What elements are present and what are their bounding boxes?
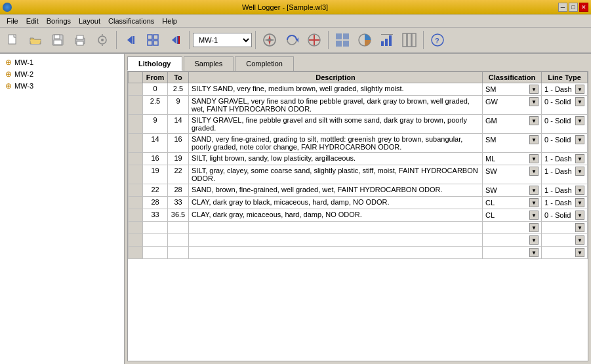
cell-from[interactable]: 28 xyxy=(143,197,168,209)
classification-dropdown-arrow[interactable]: ▼ xyxy=(529,186,539,195)
cell-to[interactable] xyxy=(168,222,189,234)
cell-classification[interactable]: ▼ xyxy=(483,234,542,247)
linetype-dropdown-arrow[interactable]: ▼ xyxy=(575,198,584,207)
tab-completion[interactable]: Completion xyxy=(235,56,294,71)
cell-from[interactable]: 19 xyxy=(143,165,168,184)
cell-description[interactable]: SILTY SAND, very fine, medium brown, wel… xyxy=(189,83,483,96)
cell-description[interactable]: CLAY, dark gray to black, micaceous, har… xyxy=(189,197,483,209)
linetype-dropdown-arrow[interactable]: ▼ xyxy=(575,248,584,257)
cell-classification[interactable]: SW▼ xyxy=(483,165,542,184)
cell-linetype[interactable]: ▼ xyxy=(542,247,588,259)
bars-button[interactable] xyxy=(377,30,397,51)
classification-dropdown-arrow[interactable]: ▼ xyxy=(529,85,539,94)
open-button[interactable] xyxy=(25,30,46,51)
help-button[interactable]: ? xyxy=(427,30,448,51)
cell-from[interactable]: 9 xyxy=(143,115,168,134)
classification-dropdown-arrow[interactable]: ▼ xyxy=(529,248,539,257)
classification-dropdown-arrow[interactable]: ▼ xyxy=(529,223,539,232)
classification-dropdown-arrow[interactable]: ▼ xyxy=(529,116,539,125)
menu-file[interactable]: File xyxy=(3,16,22,26)
cell-linetype[interactable]: 0 - Solid▼ xyxy=(542,209,588,222)
linetype-dropdown-arrow[interactable]: ▼ xyxy=(575,116,584,125)
compass-button[interactable] xyxy=(259,30,280,51)
cell-classification[interactable]: ML▼ xyxy=(483,153,542,165)
columns-button[interactable] xyxy=(399,30,420,51)
chart-button[interactable] xyxy=(354,30,375,51)
cell-to[interactable] xyxy=(168,247,189,259)
classification-dropdown-arrow[interactable]: ▼ xyxy=(529,154,539,163)
cell-to[interactable]: 28 xyxy=(168,184,189,197)
print-button[interactable] xyxy=(70,30,91,51)
menu-edit[interactable]: Edit xyxy=(22,16,43,26)
well-selector[interactable]: MW-1 MW-2 MW-3 xyxy=(193,33,252,47)
rotate-button[interactable] xyxy=(281,30,302,51)
cell-from[interactable]: 0 xyxy=(143,83,168,96)
cell-linetype[interactable]: 0 - Solid▼ xyxy=(542,134,588,153)
cell-to[interactable]: 9 xyxy=(168,96,189,115)
cell-to[interactable] xyxy=(168,234,189,247)
cross-button[interactable] xyxy=(304,30,325,51)
sidebar-item-mw3[interactable]: ⊕ MW-3 xyxy=(3,80,121,92)
cell-classification[interactable]: GW▼ xyxy=(483,96,542,115)
cell-to[interactable]: 2.5 xyxy=(168,83,189,96)
save-button[interactable] xyxy=(47,30,68,51)
cell-linetype[interactable]: ▼ xyxy=(542,234,588,247)
cell-linetype[interactable]: 1 - Dash▼ xyxy=(542,153,588,165)
cell-classification[interactable]: CL▼ xyxy=(483,209,542,222)
close-button[interactable]: ✕ xyxy=(579,3,588,12)
maximize-button[interactable]: □ xyxy=(569,3,578,12)
cell-classification[interactable]: GM▼ xyxy=(483,115,542,134)
sidebar-item-mw1[interactable]: ⊕ MW-1 xyxy=(3,56,121,68)
cell-from[interactable]: 14 xyxy=(143,134,168,153)
cell-to[interactable]: 22 xyxy=(168,165,189,184)
cell-to[interactable]: 33 xyxy=(168,197,189,209)
grid-view-button[interactable] xyxy=(332,30,353,51)
cell-from[interactable] xyxy=(143,222,168,234)
cell-description[interactable] xyxy=(189,247,483,259)
menu-borings[interactable]: Borings xyxy=(43,16,75,26)
linetype-dropdown-arrow[interactable]: ▼ xyxy=(575,97,584,106)
linetype-dropdown-arrow[interactable]: ▼ xyxy=(575,211,584,220)
cell-classification[interactable]: ▼ xyxy=(483,222,542,234)
classification-dropdown-arrow[interactable]: ▼ xyxy=(529,198,539,207)
menu-layout[interactable]: Layout xyxy=(75,16,104,26)
classification-dropdown-arrow[interactable]: ▼ xyxy=(529,97,539,106)
linetype-dropdown-arrow[interactable]: ▼ xyxy=(575,235,584,245)
tab-samples[interactable]: Samples xyxy=(184,56,234,71)
cell-from[interactable]: 33 xyxy=(143,209,168,222)
cell-from[interactable]: 2.5 xyxy=(143,96,168,115)
cell-description[interactable]: SAND, very fine-grained, grading to silt… xyxy=(189,134,483,153)
new-button[interactable] xyxy=(3,30,24,51)
cell-linetype[interactable]: 0 - Solid▼ xyxy=(542,115,588,134)
linetype-dropdown-arrow[interactable]: ▼ xyxy=(575,85,584,94)
cell-linetype[interactable]: ▼ xyxy=(542,222,588,234)
cell-to[interactable]: 36.5 xyxy=(168,209,189,222)
linetype-dropdown-arrow[interactable]: ▼ xyxy=(575,186,584,195)
cell-linetype[interactable]: 1 - Dash▼ xyxy=(542,83,588,96)
cell-from[interactable]: 22 xyxy=(143,184,168,197)
linetype-dropdown-arrow[interactable]: ▼ xyxy=(575,167,584,176)
cell-classification[interactable]: ▼ xyxy=(483,247,542,259)
linetype-dropdown-arrow[interactable]: ▼ xyxy=(575,154,584,163)
cell-classification[interactable]: SM▼ xyxy=(483,134,542,153)
cell-description[interactable]: SANDY GRAVEL, very fine sand to fine peb… xyxy=(189,96,483,115)
preview-button[interactable] xyxy=(92,30,113,51)
cell-classification[interactable]: CL▼ xyxy=(483,197,542,209)
nav-grid-button[interactable] xyxy=(142,30,163,51)
classification-dropdown-arrow[interactable]: ▼ xyxy=(529,167,539,176)
menu-help[interactable]: Help xyxy=(158,16,181,26)
cell-description[interactable]: CLAY, dark gray, micaceous, hard, damp, … xyxy=(189,209,483,222)
classification-dropdown-arrow[interactable]: ▼ xyxy=(529,135,539,144)
minimize-button[interactable]: ─ xyxy=(558,3,567,12)
cell-from[interactable] xyxy=(143,247,168,259)
linetype-dropdown-arrow[interactable]: ▼ xyxy=(575,223,584,232)
cell-description[interactable] xyxy=(189,222,483,234)
menu-classifications[interactable]: Classifications xyxy=(104,16,158,26)
cell-classification[interactable]: SW▼ xyxy=(483,184,542,197)
linetype-dropdown-arrow[interactable]: ▼ xyxy=(575,135,584,144)
sidebar-item-mw2[interactable]: ⊕ MW-2 xyxy=(3,68,121,80)
cell-to[interactable]: 16 xyxy=(168,134,189,153)
classification-dropdown-arrow[interactable]: ▼ xyxy=(529,235,539,245)
nav-delete-button[interactable] xyxy=(165,30,186,51)
cell-linetype[interactable]: 1 - Dash▼ xyxy=(542,197,588,209)
